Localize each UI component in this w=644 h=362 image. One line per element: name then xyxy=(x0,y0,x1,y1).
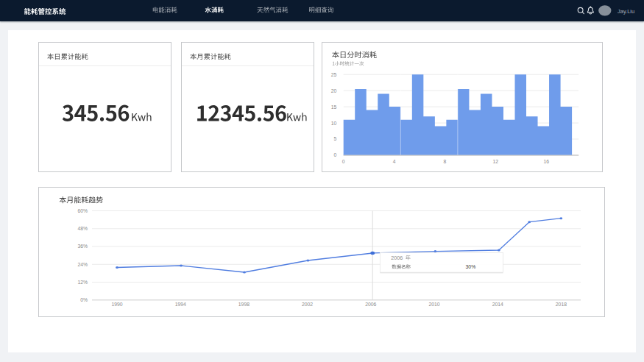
svg-text:4: 4 xyxy=(393,159,396,164)
svg-text:25: 25 xyxy=(330,71,336,77)
svg-text:2006: 2006 xyxy=(365,302,376,307)
svg-text:36%: 36% xyxy=(77,244,88,249)
svg-text:10: 10 xyxy=(330,120,336,125)
svg-text:2010: 2010 xyxy=(428,302,439,307)
svg-text:2018: 2018 xyxy=(556,302,567,307)
svg-text:2014: 2014 xyxy=(492,302,503,307)
svg-text:5: 5 xyxy=(333,136,336,141)
svg-text:0%: 0% xyxy=(80,297,88,302)
svg-text:2006: 2006 xyxy=(391,255,403,261)
svg-text:20: 20 xyxy=(330,88,336,93)
svg-text:1994: 1994 xyxy=(175,302,186,307)
svg-text:0: 0 xyxy=(333,152,336,157)
svg-text:1998: 1998 xyxy=(238,302,250,307)
svg-text:48%: 48% xyxy=(77,226,88,231)
svg-text:60%: 60% xyxy=(77,208,88,213)
svg-text:1990: 1990 xyxy=(111,302,122,307)
svg-text:30%: 30% xyxy=(466,264,476,269)
svg-text:12: 12 xyxy=(492,159,498,164)
svg-text:24%: 24% xyxy=(77,262,88,267)
svg-text:16: 16 xyxy=(543,159,549,164)
svg-text:2002: 2002 xyxy=(302,302,313,307)
svg-text:15: 15 xyxy=(330,104,336,109)
svg-text:0: 0 xyxy=(342,159,345,164)
svg-text:8: 8 xyxy=(443,159,446,164)
svg-text:12%: 12% xyxy=(77,280,88,285)
